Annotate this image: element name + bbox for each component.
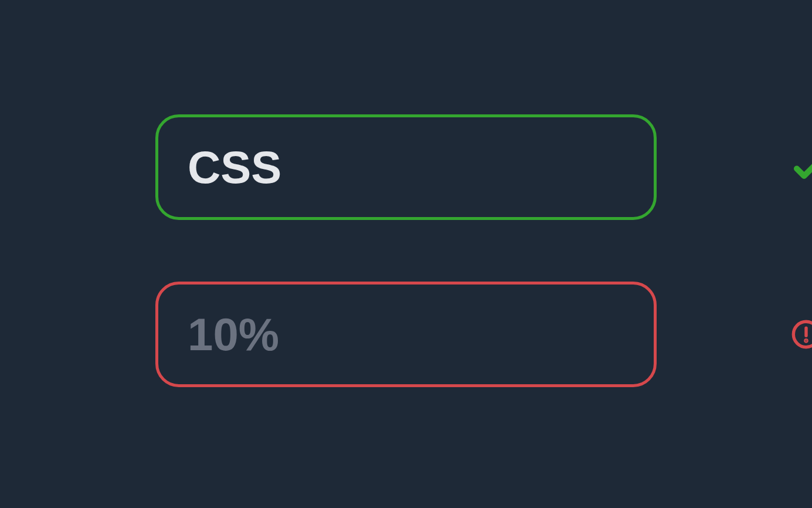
valid-input-field[interactable] (188, 141, 779, 194)
error-icon (791, 319, 812, 350)
invalid-input-container (155, 282, 657, 387)
valid-input-container (155, 114, 657, 220)
svg-point-0 (793, 321, 812, 347)
invalid-input-field[interactable] (188, 308, 779, 361)
svg-point-2 (806, 340, 807, 341)
check-icon (791, 150, 812, 185)
